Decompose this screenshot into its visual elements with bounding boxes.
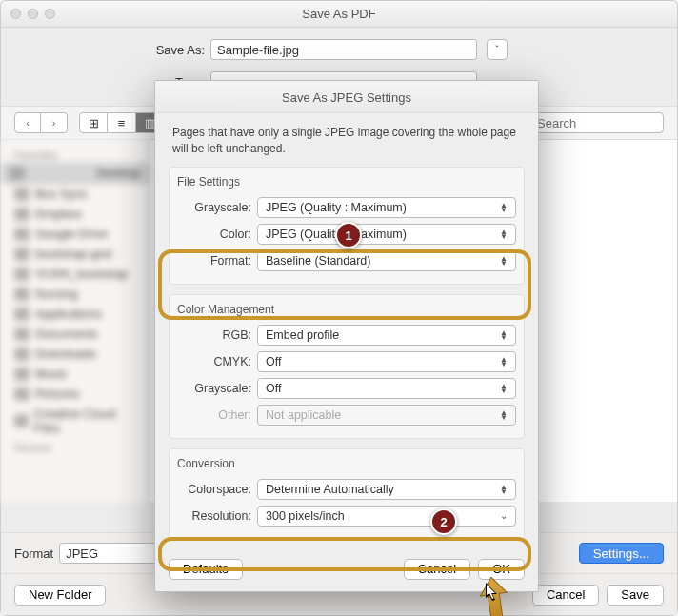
sidebar-item[interactable]: Pictures xyxy=(1,384,149,404)
back-button[interactable]: ‹ xyxy=(14,112,41,133)
resolution-select[interactable]: 300 pixels/inch⌄ xyxy=(257,506,516,527)
sidebar-item[interactable]: Creative Cloud Files xyxy=(1,404,149,438)
rgb-label: RGB: xyxy=(177,328,257,342)
icon-view-button[interactable]: ⊞ xyxy=(79,112,108,133)
annotation-badge-1: 1 xyxy=(335,222,362,248)
annotation-badge-2: 2 xyxy=(430,508,457,535)
format-label: Format xyxy=(14,546,53,561)
traffic-lights xyxy=(10,9,55,19)
settings-button[interactable]: Settings... xyxy=(579,543,664,564)
folder-icon xyxy=(14,348,30,361)
save-as-row: Save As: ˇ xyxy=(1,33,677,66)
forward-button[interactable]: › xyxy=(41,112,68,133)
sidebar-item[interactable]: bootstrap-grid xyxy=(1,244,149,264)
updown-icon: ▲▼ xyxy=(500,410,508,420)
color-management-group: Color Management RGB: Embed profile▲▼ CM… xyxy=(169,294,525,439)
cmyk-label: CMYK: xyxy=(177,355,257,368)
cm-grayscale-select[interactable]: Off▲▼ xyxy=(257,378,516,399)
save-as-input[interactable] xyxy=(210,39,477,60)
other-label: Other: xyxy=(177,408,257,422)
titlebar: Save As PDF xyxy=(1,1,677,28)
folder-icon xyxy=(14,228,30,241)
folder-icon xyxy=(14,268,30,281)
format-label: Format: xyxy=(177,254,257,268)
save-as-label: Save As: xyxy=(1,43,210,57)
sidebar-item[interactable]: Music xyxy=(1,364,149,384)
updown-icon: ▲▼ xyxy=(500,256,508,266)
updown-icon: ▲▼ xyxy=(500,357,508,367)
folder-icon xyxy=(14,387,30,401)
conversion-group: Conversion Colorspace: Determine Automat… xyxy=(169,448,525,540)
sheet-cancel-button[interactable]: Cancel xyxy=(404,559,470,580)
folder-icon xyxy=(14,308,30,321)
expand-button[interactable]: ˇ xyxy=(487,39,508,60)
save-button[interactable]: Save xyxy=(607,585,664,606)
list-view-button[interactable]: ≡ xyxy=(108,112,136,133)
cm-grayscale-label: Grayscale: xyxy=(177,382,257,395)
other-select: Not applicable▲▼ xyxy=(257,405,516,426)
sheet-title: Save As JPEG Settings xyxy=(155,81,538,113)
sheet-hint: Pages that have only a single JPEG image… xyxy=(169,123,525,167)
ok-button[interactable]: OK xyxy=(478,559,525,580)
sidebar-item[interactable]: VUSN_bootstrap xyxy=(1,264,149,284)
minimize-icon[interactable] xyxy=(28,9,38,19)
format-select[interactable]: Baseline (Standard)▲▼ xyxy=(257,250,516,271)
folder-icon xyxy=(10,167,25,180)
sidebar-item[interactable]: Box Sync xyxy=(1,184,149,204)
jpeg-settings-sheet: Save As JPEG Settings Pages that have on… xyxy=(154,80,539,592)
sidebar-item[interactable]: Documents xyxy=(1,324,149,344)
sidebar-item[interactable]: Google Drive xyxy=(1,224,149,244)
folder-icon xyxy=(14,208,30,221)
file-settings-heading: File Settings xyxy=(177,175,516,189)
color-management-heading: Color Management xyxy=(177,303,516,316)
sheet-button-row: Defaults Cancel OK xyxy=(155,555,538,580)
color-select[interactable]: JPEG (Quality : Maximum)▲▼ xyxy=(257,224,516,245)
folder-icon xyxy=(14,328,30,341)
sidebar-item[interactable]: Nursing xyxy=(1,284,149,304)
color-label: Color: xyxy=(177,228,257,241)
folder-icon xyxy=(14,414,29,427)
sidebar-heading-devices: Devices xyxy=(1,438,149,455)
folder-icon xyxy=(14,368,30,381)
updown-icon: ▲▼ xyxy=(500,203,508,212)
grayscale-select[interactable]: JPEG (Quality : Maximum)▲▼ xyxy=(257,197,516,218)
zoom-icon[interactable] xyxy=(45,9,55,19)
sidebar-item[interactable]: Downloads xyxy=(1,344,149,364)
updown-icon: ▲▼ xyxy=(500,229,508,239)
folder-icon xyxy=(14,188,30,201)
updown-icon: ▲▼ xyxy=(500,384,508,393)
colorspace-select[interactable]: Determine Automatically▲▼ xyxy=(257,479,516,500)
sidebar-heading-favorites: Favorites xyxy=(1,146,149,163)
defaults-button[interactable]: Defaults xyxy=(169,559,243,580)
sidebar-item[interactable]: Dropbox xyxy=(1,204,149,224)
cancel-button[interactable]: Cancel xyxy=(532,585,599,606)
window-title: Save As PDF xyxy=(302,7,375,21)
sidebar-item[interactable]: Desktop xyxy=(1,163,149,184)
finder-sidebar: Favorites Desktop Box Sync Dropbox Googl… xyxy=(1,140,150,502)
rgb-select[interactable]: Embed profile▲▼ xyxy=(257,325,516,346)
colorspace-label: Colorspace: xyxy=(177,483,257,496)
grayscale-label: Grayscale: xyxy=(177,201,257,214)
folder-icon xyxy=(14,248,30,261)
resolution-label: Resolution: xyxy=(177,509,257,523)
updown-icon: ▲▼ xyxy=(500,485,508,494)
conversion-heading: Conversion xyxy=(177,457,516,470)
folder-icon xyxy=(14,288,30,301)
sidebar-item[interactable]: Applications xyxy=(1,304,149,324)
cmyk-select[interactable]: Off▲▼ xyxy=(257,351,516,372)
new-folder-button[interactable]: New Folder xyxy=(14,585,106,606)
search-input[interactable] xyxy=(530,112,664,133)
updown-icon: ▲▼ xyxy=(500,330,508,340)
close-icon[interactable] xyxy=(10,9,21,19)
chevron-down-icon: ⌄ xyxy=(500,510,508,521)
